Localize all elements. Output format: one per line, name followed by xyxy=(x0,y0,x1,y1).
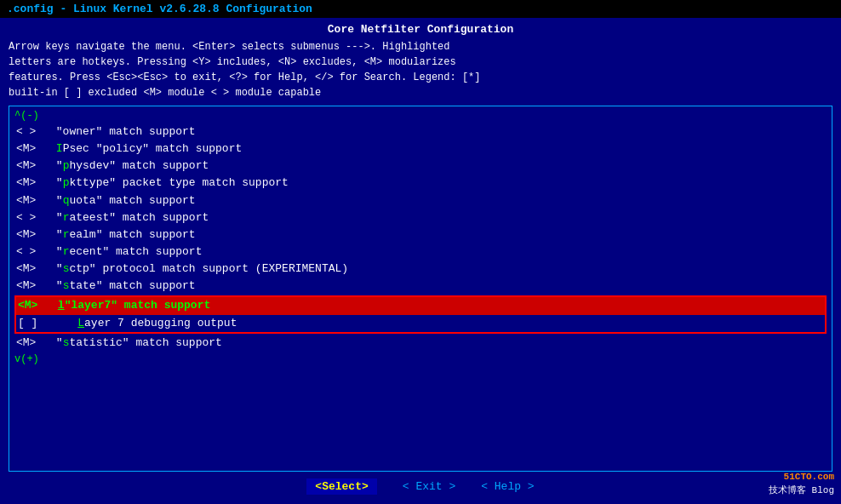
help-text: Arrow keys navigate the menu. <Enter> se… xyxy=(9,39,832,100)
sub-item[interactable]: [ ] Layer 7 debugging output xyxy=(16,315,825,332)
watermark: 51CTO.com 技术博客 Blog xyxy=(769,471,834,497)
list-item[interactable]: < > "rateest" match support xyxy=(14,209,827,226)
nav-top: ^(-) xyxy=(14,110,827,122)
dialog-header: Core Netfilter Configuration xyxy=(9,23,832,36)
content-box: ^(-) < > "owner" match support <M> IPsec… xyxy=(9,106,832,472)
watermark-sub: 技术博客 Blog xyxy=(769,484,834,497)
list-item[interactable]: <M> "state" match support xyxy=(14,278,827,295)
bottom-bar: <Select> < Exit > < Help > xyxy=(9,472,832,498)
nav-bottom: v(+) xyxy=(14,353,827,365)
main-container: Core Netfilter Configuration Arrow keys … xyxy=(0,18,841,503)
help-line-2: letters are hotkeys. Pressing <Y> includ… xyxy=(9,54,832,70)
list-item[interactable]: <M> "sctp" protocol match support (EXPER… xyxy=(14,261,827,278)
help-line-3: features. Press <Esc><Esc> to exit, <?> … xyxy=(9,70,832,85)
select-button[interactable]: <Select> xyxy=(306,478,376,495)
title-text: .config - Linux Kernel v2.6.28.8 Configu… xyxy=(7,3,312,15)
help-line-1: Arrow keys navigate the menu. <Enter> se… xyxy=(9,39,832,54)
list-item[interactable]: <M> IPsec "policy" match support xyxy=(14,140,827,158)
list-item[interactable]: <M> "physdev" match support xyxy=(14,158,827,175)
title-bar: .config - Linux Kernel v2.6.28.8 Configu… xyxy=(0,0,841,18)
list-item[interactable]: < > "owner" match support xyxy=(14,123,827,140)
list-item[interactable]: <M> "pkttype" packet type match support xyxy=(14,175,827,192)
menu-items-list: < > "owner" match support <M> IPsec "pol… xyxy=(14,123,827,352)
selected-group: <M> l"layer7" match support [ ] Layer 7 … xyxy=(14,295,827,333)
exit-button[interactable]: < Exit > xyxy=(403,480,455,493)
list-item[interactable]: <M> "statistic" match support xyxy=(14,335,827,352)
help-button[interactable]: < Help > xyxy=(481,480,534,493)
list-item[interactable]: < > "recent" match support xyxy=(14,243,827,261)
list-item[interactable]: <M> "realm" match support xyxy=(14,226,827,243)
watermark-site: 51CTO.com xyxy=(769,471,834,484)
selected-item[interactable]: <M> l"layer7" match support xyxy=(16,297,825,314)
list-item[interactable]: <M> "quota" match support xyxy=(14,192,827,209)
help-line-4: built-in [ ] excluded <M> module < > mod… xyxy=(9,85,832,100)
